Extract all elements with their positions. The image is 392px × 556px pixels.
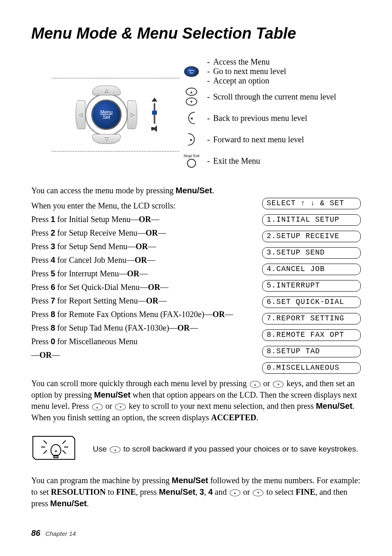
menu-line: Press 6 for Set Quick-Dial Menu—OR— <box>31 283 254 292</box>
legend-updown: ▴ ▾ Scroll through the current menu leve… <box>183 86 361 107</box>
tip-lightbulb-icon <box>31 435 76 463</box>
menu-line: Press 3 for Setup Send Menu—OR— <box>31 242 254 251</box>
page-title: Menu Mode & Menu Selection Table <box>31 25 361 42</box>
menu-line: Press 4 for Cancel Job Menu—OR— <box>31 255 254 265</box>
dpad-up-icon: △ <box>92 86 121 95</box>
page-footer: 86 Chapter 14 <box>31 528 76 538</box>
dpad-down-icon: ▽ <box>92 134 121 144</box>
menu-set-button-icon: Menu Set <box>91 100 122 130</box>
down-oval-icon: ▾ <box>273 381 284 388</box>
up-oval-icon: ▴ <box>250 381 261 388</box>
lcd-5: 5.INTERRUPT <box>262 280 361 292</box>
dpad-right-icon: ▷ <box>127 100 137 129</box>
volume-up-icon <box>152 97 157 102</box>
dpad-diagram: △ ▽ ◁ ▷ Menu Set <box>52 78 179 152</box>
page-number: 86 <box>31 528 40 537</box>
menu-line: Press 8 for Setup Tad Menu (FAX-1030e)—O… <box>31 323 254 333</box>
diagram-column: △ ▽ ◁ ▷ Menu Set <box>31 57 179 171</box>
legend-right: ▸ Forward to next menu level <box>183 129 361 150</box>
dpad-center-bottom: Set <box>103 115 110 120</box>
top-area: △ ▽ ◁ ▷ Menu Set MenuSet Access the <box>31 57 361 171</box>
stop-exit-icon: Stop/ Exit <box>183 154 200 168</box>
legend-updown-text: Scroll through the current menu level <box>207 92 361 102</box>
svg-line-8 <box>62 450 66 454</box>
legend-left-text: Back to previous menu level <box>207 114 361 123</box>
lcd-column: SELECT ↑ ↓ & SET 1.INITIAL SETUP 2.SETUP… <box>262 197 361 374</box>
legend-column: MenuSet Access the Menu Go to next menu … <box>183 57 361 171</box>
volume-speaker-icon <box>151 125 158 132</box>
dpad: △ ▽ ◁ ▷ Menu Set <box>71 84 141 146</box>
menu-line: Press 7 for Report Setting Menu—OR— <box>31 296 254 306</box>
legend-right-text: Forward to next menu level <box>207 135 361 144</box>
menu-line: Press 8 for Remote Fax Options Menu (FAX… <box>31 310 254 319</box>
lcd-1: 1.INITIAL SETUP <box>262 214 361 226</box>
chapter-label: Chapter 14 <box>45 530 76 537</box>
menu-instructions: When you enter the Menu, the LCD scrolls… <box>31 197 254 364</box>
scroll-line: When you enter the Menu, the LCD scrolls… <box>31 201 254 211</box>
menu-line: Press 1 for Initial Setup Menu—OR— <box>31 215 254 224</box>
svg-line-5 <box>44 450 47 454</box>
dpad-left-icon: ◁ <box>76 100 85 129</box>
left-icon: ◂ <box>183 112 200 124</box>
down-oval-icon: ▾ <box>115 403 126 410</box>
menuset-icon: MenuSet <box>183 66 200 77</box>
up-oval-icon: ▴ <box>92 403 103 410</box>
svg-line-3 <box>44 440 47 444</box>
lcd-8b: 8.SETUP TAD <box>262 346 361 357</box>
lcd-3: 3.SETUP SEND <box>262 247 361 259</box>
lcd-2: 2.SETUP RECEIVE <box>262 231 361 242</box>
menu-line: Press 2 for Setup Receive Menu—OR— <box>31 228 254 238</box>
lcd-7: 7.REPORT SETTING <box>262 313 361 324</box>
scroll-paragraph: You can scroll more quickly through each… <box>31 378 361 423</box>
svg-point-1 <box>51 445 61 456</box>
menu-area: When you enter the Menu, the LCD scrolls… <box>31 197 361 374</box>
tip-text: Use ▴ to scroll backward if you passed y… <box>93 445 358 454</box>
up-oval-icon: ▴ <box>230 489 240 496</box>
trailing-or: —OR— <box>31 350 254 360</box>
lcd-8: 8.REMOTE FAX OPT <box>262 329 361 341</box>
lcd-select: SELECT ↑ ↓ & SET <box>262 198 361 209</box>
lcd-4: 4.CANCEL JOB <box>262 264 361 275</box>
svg-line-6 <box>62 440 66 444</box>
lcd-6: 6.SET QUICK-DIAL <box>262 297 361 308</box>
down-oval-icon: ▾ <box>253 489 263 496</box>
program-paragraph: You can program the machine by pressing … <box>31 475 361 509</box>
menu-line: Press 5 for Interrupt Menu—OR— <box>31 269 254 278</box>
legend-stop-text: Exit the Menu <box>207 156 361 166</box>
tip-row: Use ▴ to scroll backward if you passed y… <box>31 435 361 463</box>
right-icon: ▸ <box>183 133 200 146</box>
volume-bar-icon <box>150 88 159 141</box>
up-oval-icon: ▴ <box>110 446 120 453</box>
access-line: You can access the menu mode by pressing… <box>31 186 361 195</box>
legend-stop: Stop/ Exit Exit the Menu <box>183 151 361 171</box>
legend-menuset: MenuSet Access the Menu Go to next menu … <box>183 57 361 86</box>
updown-icon: ▴ ▾ <box>183 88 200 106</box>
volume-track-icon <box>154 103 155 124</box>
lcd-0: 0.MISCELLANEOUS <box>262 362 361 374</box>
legend-menuset-text: Access the Menu Go to next menu level Ac… <box>207 57 361 86</box>
legend-left: ◂ Back to previous menu level <box>183 108 361 128</box>
menu-line: Press 0 for Miscellaneous Menu <box>31 337 254 346</box>
